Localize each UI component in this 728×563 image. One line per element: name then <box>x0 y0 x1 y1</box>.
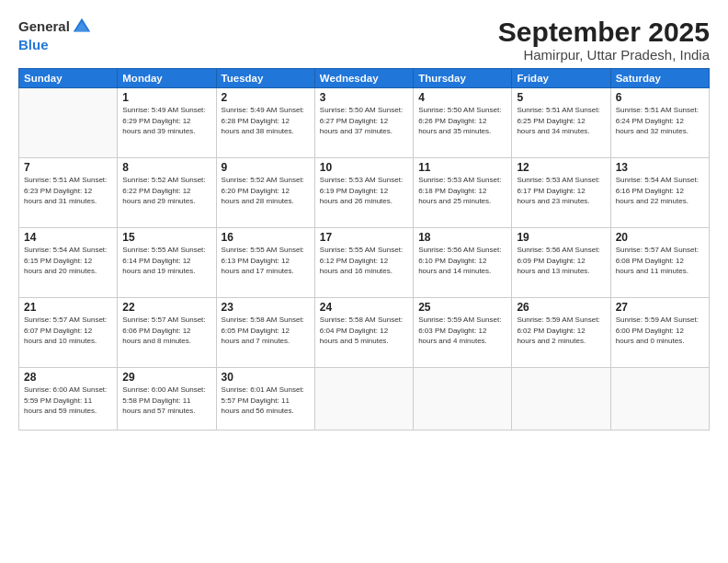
day-info: Sunrise: 5:55 AM Sunset: 6:12 PM Dayligh… <box>320 245 408 277</box>
calendar-cell: 5Sunrise: 5:51 AM Sunset: 6:25 PM Daylig… <box>512 88 610 158</box>
calendar-cell: 8Sunrise: 5:52 AM Sunset: 6:22 PM Daylig… <box>118 158 216 228</box>
day-info: Sunrise: 6:00 AM Sunset: 5:59 PM Dayligh… <box>24 385 112 417</box>
calendar-cell: 15Sunrise: 5:55 AM Sunset: 6:14 PM Dayli… <box>118 228 216 298</box>
calendar-cell: 10Sunrise: 5:53 AM Sunset: 6:19 PM Dayli… <box>314 158 413 228</box>
location-title: Hamirpur, Uttar Pradesh, India <box>498 47 710 63</box>
calendar-cell: 24Sunrise: 5:58 AM Sunset: 6:04 PM Dayli… <box>314 298 413 368</box>
calendar-cell: 6Sunrise: 5:51 AM Sunset: 6:24 PM Daylig… <box>610 88 709 158</box>
day-number: 15 <box>122 231 210 244</box>
day-number: 2 <box>222 91 310 104</box>
day-info: Sunrise: 5:53 AM Sunset: 6:19 PM Dayligh… <box>320 175 408 207</box>
day-info: Sunrise: 6:00 AM Sunset: 5:58 PM Dayligh… <box>122 385 210 417</box>
day-info: Sunrise: 5:55 AM Sunset: 6:13 PM Dayligh… <box>222 245 310 277</box>
calendar-cell: 19Sunrise: 5:56 AM Sunset: 6:09 PM Dayli… <box>512 228 610 298</box>
calendar-cell: 4Sunrise: 5:50 AM Sunset: 6:26 PM Daylig… <box>414 88 512 158</box>
day-info: Sunrise: 5:59 AM Sunset: 6:02 PM Dayligh… <box>517 315 605 347</box>
day-number: 11 <box>418 161 506 174</box>
calendar-cell <box>610 368 709 431</box>
day-number: 16 <box>222 231 310 244</box>
weekday-header-row: SundayMondayTuesdayWednesdayThursdayFrid… <box>19 69 710 88</box>
calendar-cell: 13Sunrise: 5:54 AM Sunset: 6:16 PM Dayli… <box>610 158 709 228</box>
calendar-week-row: 1Sunrise: 5:49 AM Sunset: 6:29 PM Daylig… <box>19 88 710 158</box>
day-info: Sunrise: 5:51 AM Sunset: 6:25 PM Dayligh… <box>517 105 605 137</box>
calendar-cell: 9Sunrise: 5:52 AM Sunset: 6:20 PM Daylig… <box>216 158 314 228</box>
day-info: Sunrise: 5:56 AM Sunset: 6:09 PM Dayligh… <box>517 245 605 277</box>
day-info: Sunrise: 5:58 AM Sunset: 6:05 PM Dayligh… <box>222 315 310 347</box>
calendar-cell: 1Sunrise: 5:49 AM Sunset: 6:29 PM Daylig… <box>118 88 216 158</box>
day-info: Sunrise: 5:52 AM Sunset: 6:22 PM Dayligh… <box>122 175 210 207</box>
weekday-header-tuesday: Tuesday <box>216 69 314 88</box>
calendar-cell: 25Sunrise: 5:59 AM Sunset: 6:03 PM Dayli… <box>414 298 512 368</box>
calendar-cell: 26Sunrise: 5:59 AM Sunset: 6:02 PM Dayli… <box>512 298 610 368</box>
day-number: 12 <box>517 161 605 174</box>
weekday-header-wednesday: Wednesday <box>314 69 413 88</box>
day-number: 29 <box>122 371 210 384</box>
day-info: Sunrise: 5:59 AM Sunset: 6:00 PM Dayligh… <box>616 315 704 347</box>
day-number: 14 <box>24 231 112 244</box>
day-number: 6 <box>616 91 704 104</box>
title-block: September 2025 Hamirpur, Uttar Pradesh, … <box>498 17 710 63</box>
calendar-table: SundayMondayTuesdayWednesdayThursdayFrid… <box>18 68 710 431</box>
day-number: 19 <box>517 231 605 244</box>
day-info: Sunrise: 5:57 AM Sunset: 6:06 PM Dayligh… <box>122 315 210 347</box>
calendar-cell: 14Sunrise: 5:54 AM Sunset: 6:15 PM Dayli… <box>19 228 118 298</box>
day-number: 7 <box>24 161 112 174</box>
day-number: 20 <box>616 231 704 244</box>
day-number: 27 <box>616 301 704 314</box>
day-info: Sunrise: 5:53 AM Sunset: 6:18 PM Dayligh… <box>418 175 506 207</box>
weekday-header-monday: Monday <box>118 69 216 88</box>
day-info: Sunrise: 5:50 AM Sunset: 6:26 PM Dayligh… <box>418 105 506 137</box>
calendar-cell <box>414 368 512 431</box>
day-info: Sunrise: 5:50 AM Sunset: 6:27 PM Dayligh… <box>320 105 408 137</box>
day-number: 1 <box>122 91 210 104</box>
calendar-cell: 11Sunrise: 5:53 AM Sunset: 6:18 PM Dayli… <box>414 158 512 228</box>
day-number: 25 <box>418 301 506 314</box>
day-info: Sunrise: 5:54 AM Sunset: 6:15 PM Dayligh… <box>24 245 112 277</box>
calendar-cell: 16Sunrise: 5:55 AM Sunset: 6:13 PM Dayli… <box>216 228 314 298</box>
calendar-week-row: 21Sunrise: 5:57 AM Sunset: 6:07 PM Dayli… <box>19 298 710 368</box>
day-info: Sunrise: 6:01 AM Sunset: 5:57 PM Dayligh… <box>222 385 310 417</box>
calendar-cell: 23Sunrise: 5:58 AM Sunset: 6:05 PM Dayli… <box>216 298 314 368</box>
page: General Blue September 2025 Hamirpur, Ut… <box>0 0 728 563</box>
weekday-header-sunday: Sunday <box>19 69 118 88</box>
calendar-cell: 21Sunrise: 5:57 AM Sunset: 6:07 PM Dayli… <box>19 298 118 368</box>
calendar-cell: 12Sunrise: 5:53 AM Sunset: 6:17 PM Dayli… <box>512 158 610 228</box>
day-info: Sunrise: 5:49 AM Sunset: 6:28 PM Dayligh… <box>222 105 310 137</box>
day-number: 10 <box>320 161 408 174</box>
calendar-cell: 30Sunrise: 6:01 AM Sunset: 5:57 PM Dayli… <box>216 368 314 431</box>
day-info: Sunrise: 5:51 AM Sunset: 6:24 PM Dayligh… <box>616 105 704 137</box>
calendar-cell: 29Sunrise: 6:00 AM Sunset: 5:58 PM Dayli… <box>118 368 216 431</box>
day-number: 21 <box>24 301 112 314</box>
day-number: 26 <box>517 301 605 314</box>
day-number: 3 <box>320 91 408 104</box>
logo-icon <box>72 17 92 37</box>
logo: General Blue <box>18 17 92 53</box>
calendar-cell: 28Sunrise: 6:00 AM Sunset: 5:59 PM Dayli… <box>19 368 118 431</box>
calendar-cell <box>512 368 610 431</box>
day-number: 30 <box>222 371 310 384</box>
month-title: September 2025 <box>498 17 710 47</box>
day-number: 23 <box>222 301 310 314</box>
calendar-week-row: 14Sunrise: 5:54 AM Sunset: 6:15 PM Dayli… <box>19 228 710 298</box>
day-number: 22 <box>122 301 210 314</box>
calendar-cell: 27Sunrise: 5:59 AM Sunset: 6:00 PM Dayli… <box>610 298 709 368</box>
logo-general: General <box>18 19 70 35</box>
day-number: 4 <box>418 91 506 104</box>
logo-blue: Blue <box>18 37 49 52</box>
calendar-cell: 22Sunrise: 5:57 AM Sunset: 6:06 PM Dayli… <box>118 298 216 368</box>
day-info: Sunrise: 5:52 AM Sunset: 6:20 PM Dayligh… <box>222 175 310 207</box>
day-number: 28 <box>24 371 112 384</box>
calendar-cell: 3Sunrise: 5:50 AM Sunset: 6:27 PM Daylig… <box>314 88 413 158</box>
weekday-header-friday: Friday <box>512 69 610 88</box>
calendar-cell: 2Sunrise: 5:49 AM Sunset: 6:28 PM Daylig… <box>216 88 314 158</box>
day-info: Sunrise: 5:58 AM Sunset: 6:04 PM Dayligh… <box>320 315 408 347</box>
day-number: 5 <box>517 91 605 104</box>
day-number: 17 <box>320 231 408 244</box>
day-info: Sunrise: 5:57 AM Sunset: 6:07 PM Dayligh… <box>24 315 112 347</box>
weekday-header-saturday: Saturday <box>610 69 709 88</box>
day-info: Sunrise: 5:56 AM Sunset: 6:10 PM Dayligh… <box>418 245 506 277</box>
day-number: 13 <box>616 161 704 174</box>
weekday-header-thursday: Thursday <box>414 69 512 88</box>
day-info: Sunrise: 5:51 AM Sunset: 6:23 PM Dayligh… <box>24 175 112 207</box>
day-info: Sunrise: 5:53 AM Sunset: 6:17 PM Dayligh… <box>517 175 605 207</box>
